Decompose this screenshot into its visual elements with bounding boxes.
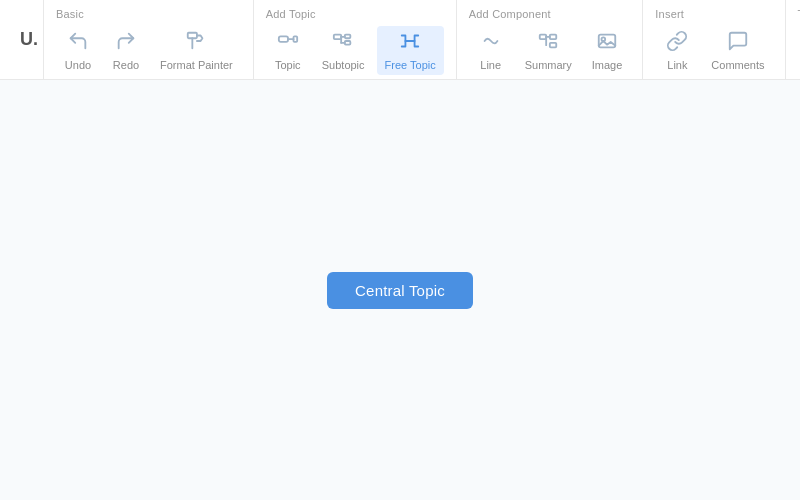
comments-icon bbox=[727, 30, 749, 55]
undo-icon bbox=[67, 30, 89, 55]
free-topic-button[interactable]: Free Topic bbox=[377, 26, 444, 75]
svg-rect-14 bbox=[550, 35, 556, 40]
basic-items: Undo Redo F bbox=[56, 26, 241, 75]
summary-button[interactable]: Summary bbox=[517, 26, 580, 75]
add-topic-items: Topic Subtopic bbox=[266, 26, 444, 75]
image-icon bbox=[596, 30, 618, 55]
canvas-area: Central Topic bbox=[0, 80, 800, 500]
svg-rect-5 bbox=[334, 35, 341, 40]
add-component-items: Line Summary bbox=[469, 26, 631, 75]
topic-button[interactable]: Topic bbox=[266, 26, 310, 75]
subtopic-label: Subtopic bbox=[322, 59, 365, 71]
redo-button[interactable]: Redo bbox=[104, 26, 148, 75]
svg-rect-7 bbox=[345, 35, 351, 39]
logo: U. bbox=[8, 0, 44, 79]
line-icon bbox=[480, 30, 502, 55]
free-topic-label: Free Topic bbox=[385, 59, 436, 71]
free-topic-icon bbox=[399, 30, 421, 55]
format-painter-label: Format Painter bbox=[160, 59, 233, 71]
svg-rect-2 bbox=[279, 36, 288, 42]
group-add-topic-label: Add Topic bbox=[266, 8, 444, 20]
format-painter-button[interactable]: Format Painter bbox=[152, 26, 241, 75]
undo-button[interactable]: Undo bbox=[56, 26, 100, 75]
line-label: Line bbox=[480, 59, 501, 71]
group-add-topic: Add Topic Topic bbox=[254, 0, 457, 79]
comments-button[interactable]: Comments bbox=[703, 26, 772, 75]
topic-icon bbox=[277, 30, 299, 55]
svg-rect-12 bbox=[540, 35, 546, 40]
format-painter-icon bbox=[185, 30, 207, 55]
svg-rect-4 bbox=[293, 36, 297, 42]
redo-label: Redo bbox=[113, 59, 139, 71]
image-button[interactable]: Image bbox=[584, 26, 631, 75]
comments-label: Comments bbox=[711, 59, 764, 71]
central-topic-button[interactable]: Central Topic bbox=[327, 272, 473, 309]
group-tools: Tools Save bbox=[786, 0, 800, 79]
link-icon bbox=[666, 30, 688, 55]
group-add-component: Add Component Line bbox=[457, 0, 644, 79]
subtopic-icon bbox=[332, 30, 354, 55]
svg-rect-16 bbox=[550, 43, 556, 48]
insert-items: Link Comments bbox=[655, 26, 772, 75]
redo-icon bbox=[115, 30, 137, 55]
group-insert: Insert Link Comments bbox=[643, 0, 785, 79]
link-button[interactable]: Link bbox=[655, 26, 699, 75]
subtopic-button[interactable]: Subtopic bbox=[314, 26, 373, 75]
undo-label: Undo bbox=[65, 59, 91, 71]
topic-label: Topic bbox=[275, 59, 301, 71]
toolbar: U. Basic Undo bbox=[0, 0, 800, 80]
summary-label: Summary bbox=[525, 59, 572, 71]
group-insert-label: Insert bbox=[655, 8, 772, 20]
group-basic: Basic Undo Redo bbox=[44, 0, 254, 79]
group-add-component-label: Add Component bbox=[469, 8, 631, 20]
image-label: Image bbox=[592, 59, 623, 71]
link-label: Link bbox=[667, 59, 687, 71]
group-basic-label: Basic bbox=[56, 8, 241, 20]
svg-rect-10 bbox=[345, 41, 351, 45]
logo-text: U. bbox=[20, 29, 38, 50]
summary-icon bbox=[537, 30, 559, 55]
line-button[interactable]: Line bbox=[469, 26, 513, 75]
